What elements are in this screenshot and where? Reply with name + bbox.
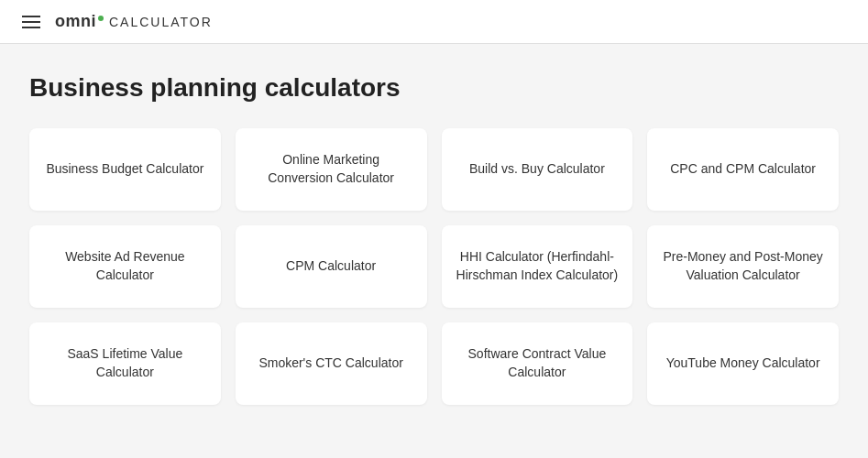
calculator-card-youtube-money[interactable]: YouTube Money Calculator <box>647 322 839 405</box>
calculator-card-saas-lifetime[interactable]: SaaS Lifetime Value Calculator <box>29 322 221 405</box>
menu-button[interactable] <box>22 16 40 28</box>
logo-dot <box>98 16 104 21</box>
site-logo[interactable]: omni CALCULATOR <box>55 12 213 31</box>
calculator-card-business-budget[interactable]: Business Budget Calculator <box>29 128 221 211</box>
calculator-card-website-ad[interactable]: Website Ad Revenue Calculator <box>29 225 221 308</box>
main-content: Business planning calculators Business B… <box>0 44 868 434</box>
calculator-grid: Business Budget CalculatorOnline Marketi… <box>29 128 839 405</box>
calculator-card-build-vs-buy[interactable]: Build vs. Buy Calculator <box>442 128 633 211</box>
page-title: Business planning calculators <box>29 73 839 103</box>
calculator-card-hhi[interactable]: HHI Calculator (Herfindahl-Hirschman Ind… <box>442 225 633 308</box>
logo-omni-text: omni <box>55 12 96 31</box>
calculator-card-pre-post-money[interactable]: Pre-Money and Post-Money Valuation Calcu… <box>647 225 839 308</box>
site-header: omni CALCULATOR <box>0 0 868 44</box>
calculator-card-online-marketing[interactable]: Online Marketing Conversion Calculator <box>236 128 427 211</box>
logo-calculator-text: CALCULATOR <box>109 15 213 29</box>
calculator-card-cpm[interactable]: CPM Calculator <box>236 225 427 308</box>
calculator-card-cpc-cpm[interactable]: CPC and CPM Calculator <box>647 128 839 211</box>
calculator-card-software-contract[interactable]: Software Contract Value Calculator <box>442 322 633 405</box>
calculator-card-smokers-ctc[interactable]: Smoker's CTC Calculator <box>236 322 427 405</box>
